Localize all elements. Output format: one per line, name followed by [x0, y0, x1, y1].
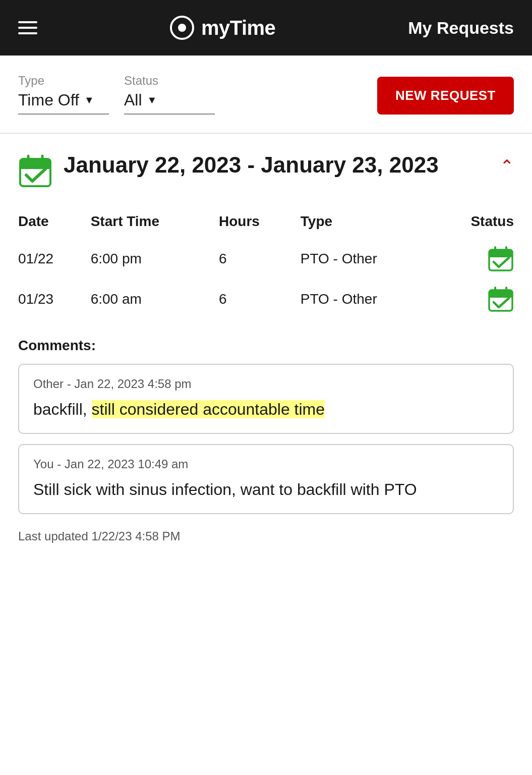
last-updated-text: Last updated 1/22/23 4:58 PM: [18, 524, 514, 548]
request-date-range: January 22, 2023 - January 23, 2023: [64, 152, 439, 179]
col-header-start-time: Start Time: [91, 208, 219, 239]
status-filter-select[interactable]: All ▼: [124, 91, 215, 115]
svg-rect-5: [489, 250, 512, 257]
comment-text-highlighted: still considered accountable time: [92, 400, 325, 418]
status-filter-chevron-icon: ▼: [147, 94, 157, 106]
cell-start-time: 6:00 pm: [91, 239, 219, 279]
calendar-status-icon: [18, 154, 52, 190]
comment-box-2: You - Jan 22, 2023 10:49 am Still sick w…: [18, 444, 514, 514]
comment-text-1: backfill, still considered accountable t…: [33, 398, 499, 421]
logo-text: myTime: [201, 17, 275, 39]
col-header-hours: Hours: [219, 208, 301, 239]
cell-date: 01/23: [18, 279, 91, 319]
cell-status: [442, 239, 514, 279]
cell-type: PTO - Other: [301, 239, 442, 279]
cell-start-time: 6:00 am: [91, 279, 219, 319]
request-header-left: January 22, 2023 - January 23, 2023: [18, 152, 439, 190]
type-filter-label: Type: [18, 74, 109, 88]
status-filter-label: Status: [124, 74, 215, 88]
svg-rect-1: [20, 159, 50, 169]
request-card: January 22, 2023 - January 23, 2023 ⌃ Da…: [0, 134, 532, 559]
comment-author-2: You - Jan 22, 2023 10:49 am: [33, 457, 499, 471]
status-filter-group: Status All ▼: [124, 74, 215, 115]
col-header-status: Status: [442, 208, 514, 239]
comment-author-1: Other - Jan 22, 2023 4:58 pm: [33, 377, 499, 391]
new-request-button[interactable]: NEW REQUEST: [377, 77, 514, 115]
type-filter-value: Time Off: [18, 91, 79, 109]
cell-hours: 6: [219, 239, 301, 279]
logo-icon: [170, 16, 194, 40]
comment-text-2: Still sick with sinus infection, want to…: [33, 478, 499, 501]
svg-rect-9: [489, 290, 512, 298]
col-header-type: Type: [301, 208, 442, 239]
type-filter-chevron-icon: ▼: [84, 94, 94, 106]
status-filter-value: All: [124, 91, 142, 109]
type-filter-group: Type Time Off ▼: [18, 74, 109, 115]
type-filter-select[interactable]: Time Off ▼: [18, 91, 109, 115]
table-row: 01/236:00 am6PTO - Other: [18, 279, 514, 319]
table-row: 01/226:00 pm6PTO - Other: [18, 239, 514, 279]
cell-status: [442, 279, 514, 319]
app-header: myTime My Requests: [0, 0, 532, 56]
collapse-chevron-icon[interactable]: ⌃: [500, 156, 514, 176]
cell-type: PTO - Other: [301, 279, 442, 319]
filter-bar: Type Time Off ▼ Status All ▼ NEW REQUEST: [0, 56, 532, 115]
hamburger-menu-button[interactable]: [18, 21, 37, 34]
col-header-date: Date: [18, 208, 91, 239]
comment-box-1: Other - Jan 22, 2023 4:58 pm backfill, s…: [18, 364, 514, 434]
request-table: Date Start Time Hours Type Status 01/226…: [18, 208, 514, 319]
comments-label: Comments:: [18, 338, 514, 354]
cell-date: 01/22: [18, 239, 91, 279]
page-title: My Requests: [408, 18, 514, 38]
comment-text-before: backfill,: [33, 400, 92, 418]
app-logo: myTime: [170, 16, 275, 40]
request-header: January 22, 2023 - January 23, 2023 ⌃: [18, 152, 514, 190]
cell-hours: 6: [219, 279, 301, 319]
